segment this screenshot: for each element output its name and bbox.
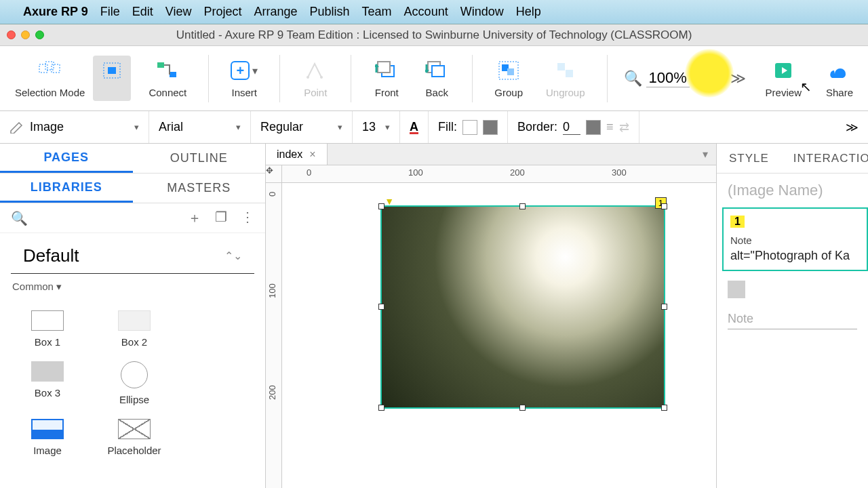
style-swatch[interactable]	[728, 281, 745, 298]
selected-image-widget[interactable]: ▼ 1	[380, 205, 665, 409]
menu-edit[interactable]: Edit	[132, 5, 153, 19]
right-panel: STYLE INTERACTIO (Image Name) 1 Note alt…	[716, 144, 868, 488]
toolbar-divider	[607, 55, 608, 102]
connect-label: Connect	[149, 87, 186, 98]
toolbar-overflow-button[interactable]: ≫	[730, 70, 746, 87]
send-back-button[interactable]: Back	[418, 56, 456, 101]
chevron-updown-icon: ⌃⌄	[224, 249, 242, 262]
widget-type-value: Image	[30, 120, 64, 134]
line-style-icon[interactable]: ≡	[606, 120, 614, 134]
point-button[interactable]: Point	[296, 56, 334, 101]
resize-handle[interactable]	[661, 203, 667, 209]
format-bar: Image Arial Regular 13 A Fill: Border: 0…	[0, 111, 868, 144]
widget-box3[interactable]: Box 3	[4, 354, 91, 412]
fill-label: Fill:	[438, 120, 457, 134]
preview-label: Preview	[766, 87, 802, 98]
workspace: PAGES OUTLINE LIBRARIES MASTERS 🔍 ＋ ❐ ⋮ …	[0, 144, 868, 488]
bring-front-button[interactable]: Front	[368, 56, 406, 101]
canvas[interactable]: ▼ 1	[282, 183, 716, 488]
tab-pages[interactable]: PAGES	[0, 144, 133, 173]
svg-rect-5	[157, 62, 164, 68]
insert-button[interactable]: +▾ Insert	[225, 56, 263, 101]
note-input[interactable]: Note	[728, 312, 857, 329]
selection-mode-label: Selection Mode	[15, 87, 85, 98]
text-color-icon: A	[410, 120, 418, 134]
arrow-style-icon[interactable]: ⇄	[619, 120, 629, 135]
zoom-control[interactable]: 🔍 100% ⌄	[624, 69, 706, 87]
border-control[interactable]: Border: 0 ≡ ⇄	[508, 111, 639, 143]
main-toolbar: Selection Mode Connect +▾ Insert Point F…	[0, 46, 868, 111]
font-size-select[interactable]: 13	[353, 111, 400, 143]
fill-shadow-swatch[interactable]	[483, 120, 498, 135]
resize-handle[interactable]	[378, 304, 384, 310]
widget-ellipse[interactable]: Ellipse	[91, 354, 178, 412]
tab-interactions[interactable]: INTERACTIO	[781, 144, 868, 173]
library-copy-icon[interactable]: ❐	[215, 209, 227, 227]
resize-handle[interactable]	[378, 203, 384, 209]
edit-icon	[9, 121, 24, 134]
group-button[interactable]: Group	[489, 56, 528, 101]
close-tab-icon[interactable]: ×	[309, 148, 315, 161]
tab-masters[interactable]: MASTERS	[133, 174, 266, 203]
border-width-input[interactable]: 0	[563, 120, 580, 135]
group-label: Group	[494, 87, 523, 98]
menu-project[interactable]: Project	[203, 5, 241, 19]
toolbar-divider	[279, 55, 280, 102]
selection-intersected-button[interactable]: Selection Mode	[9, 56, 90, 101]
border-color-swatch[interactable]	[586, 120, 601, 135]
tab-outline[interactable]: OUTLINE	[133, 144, 266, 173]
app-name[interactable]: Axure RP 9	[23, 5, 88, 19]
ruler-origin-icon[interactable]: ✥	[266, 165, 282, 182]
preview-button[interactable]: Preview	[760, 56, 807, 101]
widget-image[interactable]: Image	[4, 412, 91, 463]
resize-handle[interactable]	[519, 405, 526, 411]
fill-control[interactable]: Fill:	[429, 111, 508, 143]
tabstrip-menu-icon[interactable]: ▾	[703, 148, 708, 161]
add-library-icon[interactable]: ＋	[188, 209, 201, 227]
border-label: Border:	[517, 120, 557, 134]
menu-team[interactable]: Team	[362, 5, 392, 19]
text-color-button[interactable]: A	[400, 111, 429, 143]
note-card[interactable]: 1 Note alt="Photograph of Ka	[722, 207, 868, 271]
widget-box1[interactable]: Box 1	[4, 304, 91, 354]
ungroup-button[interactable]: Ungroup	[540, 56, 591, 101]
ruler-vertical[interactable]: 0 100 200	[266, 183, 282, 488]
font-weight-select[interactable]: Regular	[251, 111, 353, 143]
font-family-select[interactable]: Arial	[149, 111, 251, 143]
zoom-value[interactable]: 100%	[646, 69, 690, 87]
widget-placeholder[interactable]: Placeholder	[91, 412, 178, 463]
widget-name-input[interactable]: (Image Name)	[717, 174, 868, 207]
svg-rect-12	[432, 66, 444, 77]
page-tab-index[interactable]: index ×	[266, 144, 328, 165]
library-menu-icon[interactable]: ⋮	[241, 209, 254, 227]
selection-contained-button[interactable]	[93, 56, 131, 101]
connect-button[interactable]: Connect	[143, 56, 192, 101]
menu-arrange[interactable]: Arrange	[254, 5, 298, 19]
format-overflow-button[interactable]: ≫	[836, 111, 868, 143]
resize-handle[interactable]	[378, 405, 384, 411]
tab-libraries[interactable]: LIBRARIES	[0, 174, 133, 203]
rotate-handle-icon[interactable]: ▼	[384, 196, 394, 207]
resize-handle[interactable]	[661, 304, 667, 310]
widget-type-select[interactable]: Image	[0, 111, 149, 143]
search-icon: 🔍	[624, 70, 642, 87]
note-value[interactable]: alt="Photograph of Ka	[730, 249, 860, 263]
ruler-horizontal[interactable]: ✥ 0 100 200 300	[266, 165, 716, 183]
library-select[interactable]: Default ⌃⌄	[11, 239, 254, 274]
widget-box2[interactable]: Box 2	[91, 304, 178, 354]
library-search-icon[interactable]: 🔍	[11, 210, 28, 226]
menu-account[interactable]: Account	[404, 5, 448, 19]
fill-color-swatch[interactable]	[462, 120, 477, 135]
menu-view[interactable]: View	[165, 5, 192, 19]
resize-handle[interactable]	[661, 405, 667, 411]
menu-publish[interactable]: Publish	[310, 5, 350, 19]
resize-handle[interactable]	[519, 203, 526, 209]
tab-style[interactable]: STYLE	[717, 144, 781, 173]
share-button[interactable]: Share	[821, 56, 859, 101]
library-section-common[interactable]: Common ▾	[0, 277, 265, 297]
svg-rect-15	[507, 68, 514, 75]
menu-help[interactable]: Help	[516, 5, 541, 19]
menu-file[interactable]: File	[100, 5, 120, 19]
menu-window[interactable]: Window	[460, 5, 504, 19]
left-panel: PAGES OUTLINE LIBRARIES MASTERS 🔍 ＋ ❐ ⋮ …	[0, 144, 266, 488]
